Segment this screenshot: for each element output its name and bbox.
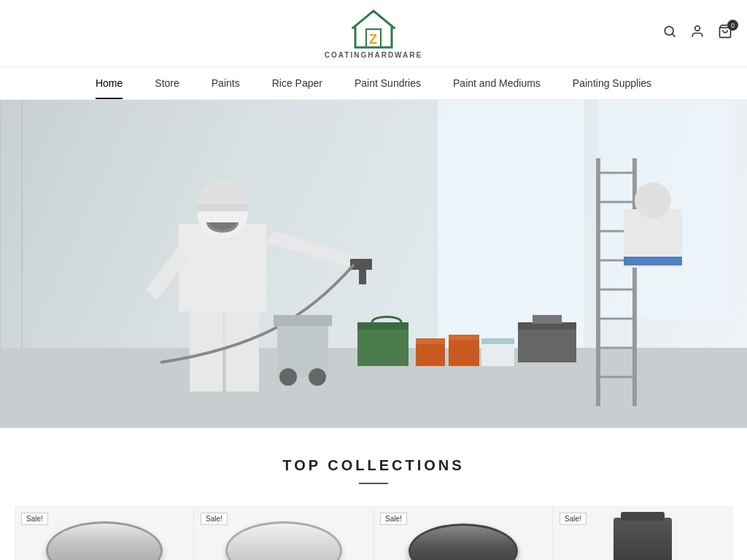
svg-text:Z: Z [369,32,377,47]
paint-lid-icon-1 [46,521,163,560]
nav-item-paint-sundries[interactable]: Paint Sundries [338,67,437,99]
cart-icon[interactable]: 0 [718,24,732,42]
nav-item-paints[interactable]: Paints [196,67,256,99]
header: Z COATINGHARDWARE 0 [0,0,747,67]
sale-badge-1: Sale! [21,513,48,525]
nav-item-home[interactable]: Home [80,67,139,99]
logo-icon: Z [352,7,395,51]
product-card-1[interactable]: Sale! [15,506,194,560]
nav-item-rice-paper[interactable]: Rice Paper [256,67,338,99]
cart-count: 0 [727,20,738,31]
collections-grid: Sale! Sale! Sale! Sale! [15,506,732,560]
nav-item-painting-supplies[interactable]: Painting Supplies [557,67,667,99]
svg-line-4 [673,34,676,37]
account-icon[interactable] [690,24,705,42]
sale-badge-4: Sale! [560,513,587,525]
svg-point-5 [695,26,700,31]
hero-section [0,100,747,428]
logo[interactable]: Z COATINGHARDWARE [325,7,422,59]
collections-divider [359,483,388,484]
paint-lid-icon-2 [225,521,342,560]
collections-title: TOP COLLECTIONS [15,457,732,474]
paint-lid-icon-3 [409,524,518,561]
nav-item-paint-mediums[interactable]: Paint and Mediums [437,67,557,99]
product-card-2[interactable]: Sale! [194,506,374,560]
site-name: COATINGHARDWARE [325,51,422,59]
search-icon[interactable] [662,24,677,42]
collections-section: TOP COLLECTIONS Sale! Sale! Sale! Sale! [0,428,747,560]
main-nav: Home Store Paints Rice Paper Paint Sundr… [0,67,747,100]
svg-point-3 [665,26,673,35]
sale-badge-3: Sale! [380,513,407,525]
hero-image [0,100,747,428]
paint-container-icon-4 [614,518,672,560]
product-card-3[interactable]: Sale! [374,506,553,560]
nav-item-store[interactable]: Store [139,67,195,99]
product-card-4[interactable]: Sale! [553,506,732,560]
sale-badge-2: Sale! [201,513,228,525]
header-icons: 0 [662,24,732,42]
